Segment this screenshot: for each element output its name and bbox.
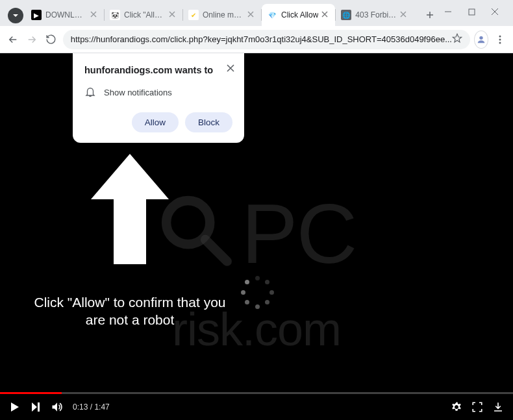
permission-actions: Allow Block [84,112,232,132]
tab-favicon: ✔ [188,10,199,20]
duration: 1:47 [94,402,109,412]
chrome-menu-button[interactable] [492,30,508,49]
close-window-button[interactable] [486,3,504,21]
new-tab-button[interactable] [421,6,439,24]
tab-strip: ▶DOWNLOAD🐼Click "Allow"✔Online movie💎Cli… [26,3,421,26]
permission-popup-title: hunforandiogs.com wants to [84,65,232,75]
tab-title: Click "Allow" [124,10,166,19]
settings-gear-icon[interactable] [451,401,462,413]
page-content: PC risk.com Click "Allow" to confirm tha… [0,53,513,420]
address-bar-text: https://hunforandiogs.com/click.php?key=… [71,34,452,44]
spinner-dot [255,304,260,309]
reload-button[interactable] [44,30,59,49]
tab-close-icon[interactable] [168,10,177,19]
tab-search-dropdown[interactable] [8,8,23,23]
tab-title: Online movie [203,10,244,19]
permission-row: Show notifications [84,86,232,99]
tab-favicon: 💎 [267,10,277,20]
tab-title: 403 Forbidden [355,10,397,19]
watermark-main: PC [157,184,357,289]
svg-point-4 [499,42,501,43]
svg-rect-0 [469,9,475,15]
titlebar: ▶DOWNLOAD🐼Click "Allow"✔Online movie💎Cli… [0,0,513,26]
tab-favicon: 🌐 [341,10,351,20]
maximize-button[interactable] [462,3,481,21]
browser-tab[interactable]: 🐼Click "Allow" [105,4,182,26]
spinner-dot [241,290,245,295]
notification-permission-popup: hunforandiogs.com wants to Show notifica… [73,53,244,143]
tab-close-icon[interactable] [90,10,99,19]
tab-close-icon[interactable] [399,10,408,19]
tab-title: Click Allow [281,10,318,19]
svg-point-3 [499,38,501,40]
spinner-dot [265,280,269,284]
svg-point-2 [499,35,501,37]
spinner-dot [269,290,274,295]
instruction-text: Click "Allow" to confirm that you are no… [32,293,227,329]
forward-button[interactable] [25,30,40,49]
spinner-dot [245,300,249,304]
tab-title: DOWNLOAD [45,10,87,19]
toolbar: https://hunforandiogs.com/click.php?key=… [0,26,513,53]
browser-tab[interactable]: 🌐403 Forbidden [336,4,414,26]
spinner-dot [245,280,249,284]
current-time: 0:13 [73,402,88,412]
profile-button[interactable] [474,31,488,49]
volume-button[interactable] [51,401,64,414]
video-controls: 0:13 / 1:47 [0,394,513,420]
tab-favicon: 🐼 [110,10,120,20]
bookmark-star-icon[interactable] [452,33,462,45]
block-button[interactable]: Block [185,112,232,132]
browser-tab[interactable]: ✔Online movie [183,4,261,26]
spinner-dot [255,276,260,280]
window-controls [439,3,508,21]
play-button[interactable] [9,401,21,413]
arrow-up-icon [84,154,175,267]
permission-popup-close-icon[interactable] [226,64,235,75]
tab-favicon: ▶ [31,10,42,20]
fullscreen-button[interactable] [471,401,483,413]
browser-tab[interactable]: ▶DOWNLOAD [26,4,104,26]
tab-close-icon[interactable] [321,10,330,19]
loading-spinner-icon [239,274,275,310]
browser-tab[interactable]: 💎Click Allow [262,4,335,26]
browser-chrome: ▶DOWNLOAD🐼Click "Allow"✔Online movie💎Cli… [0,0,513,53]
permission-label: Show notifications [104,88,172,97]
back-button[interactable] [5,30,21,49]
download-icon[interactable] [492,401,504,413]
bell-icon [84,86,96,99]
allow-button[interactable]: Allow [132,112,179,132]
minimize-button[interactable] [439,3,457,21]
address-bar[interactable]: https://hunforandiogs.com/click.php?key=… [63,30,470,49]
video-time: 0:13 / 1:47 [73,402,110,412]
tab-close-icon[interactable] [247,10,256,19]
svg-point-1 [480,36,483,39]
spinner-dot [265,300,269,304]
next-button[interactable] [30,401,42,413]
